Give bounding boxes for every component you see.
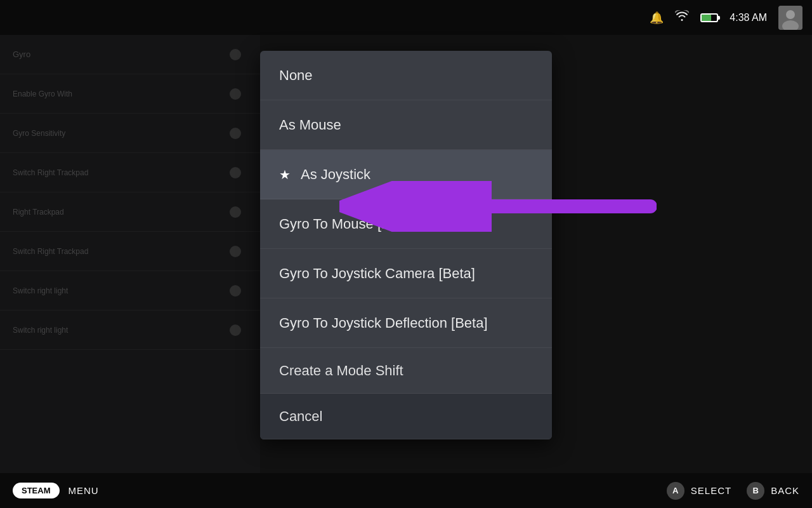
bg-item-7: Switch right light (0, 271, 260, 311)
bell-icon: 🔔 (650, 11, 664, 25)
menu-item-as-mouse-label: As Mouse (279, 117, 341, 133)
select-circle-btn[interactable]: A (667, 482, 684, 500)
select-action-label: SELECT (691, 485, 731, 496)
menu-item-none[interactable]: None (260, 51, 552, 100)
menu-item-gyro-joystick-camera[interactable]: Gyro To Joystick Camera [Beta] (260, 249, 552, 298)
dropdown-menu: None As Mouse ★ As Joystick Gyro To Mous… (260, 51, 552, 439)
select-btn-letter: A (672, 486, 678, 495)
menu-label: MENU (69, 485, 99, 496)
menu-item-cancel[interactable]: Cancel (260, 394, 552, 439)
menu-item-gyro-mouse-label: Gyro To Mouse [Beta] (279, 216, 414, 232)
bg-item-4: Switch Right Trackpad (0, 153, 260, 192)
menu-item-none-label: None (279, 67, 313, 84)
select-btn-group: A SELECT (667, 482, 731, 500)
star-icon: ★ (279, 167, 291, 182)
menu-item-gyro-joystick-deflection[interactable]: Gyro To Joystick Deflection [Beta] (260, 298, 552, 348)
bottom-right-controls: A SELECT B BACK (667, 482, 799, 500)
menu-item-cancel-label: Cancel (279, 408, 322, 425)
background-sidebar: Gyro Enable Gyro With Gyro Sensitivity S… (0, 35, 260, 473)
bg-item-8: Switch right light (0, 311, 260, 350)
bg-item-5: Right Trackpad (0, 192, 260, 232)
battery-icon (700, 13, 718, 22)
back-btn-letter: B (752, 486, 758, 495)
back-circle-btn[interactable]: B (747, 482, 764, 500)
clock: 4:38 AM (730, 12, 767, 23)
avatar[interactable] (778, 6, 802, 30)
menu-item-gyro-mouse[interactable]: Gyro To Mouse [Beta] (260, 199, 552, 249)
bg-item-6: Switch Right Trackpad (0, 232, 260, 271)
wifi-icon (675, 10, 689, 25)
bg-item-1: Gyro (0, 35, 260, 74)
menu-item-as-mouse[interactable]: As Mouse (260, 100, 552, 150)
steam-button[interactable]: STEAM (13, 483, 60, 498)
menu-item-gyro-joystick-camera-label: Gyro To Joystick Camera [Beta] (279, 265, 475, 282)
menu-item-as-joystick-label: As Joystick (301, 166, 370, 183)
menu-item-create-mode-shift-label: Create a Mode Shift (279, 363, 403, 379)
menu-item-as-joystick[interactable]: ★ As Joystick (260, 150, 552, 199)
back-action-label: BACK (771, 485, 799, 496)
steam-button-label: STEAM (22, 486, 51, 495)
bg-item-3: Gyro Sensitivity (0, 114, 260, 153)
menu-item-create-mode-shift[interactable]: Create a Mode Shift (260, 348, 552, 394)
bottombar: STEAM MENU A SELECT B BACK (0, 473, 812, 508)
svg-point-1 (786, 10, 795, 19)
menu-item-gyro-joystick-deflection-label: Gyro To Joystick Deflection [Beta] (279, 315, 488, 331)
bg-item-2: Enable Gyro With (0, 74, 260, 114)
bottom-left-controls: STEAM MENU (13, 483, 99, 498)
topbar: 🔔 4:38 AM (0, 0, 812, 35)
back-btn-group: B BACK (747, 482, 799, 500)
